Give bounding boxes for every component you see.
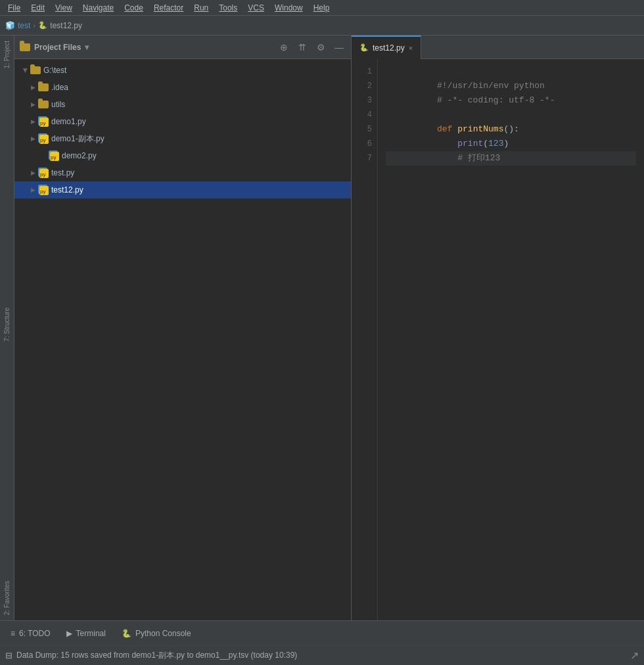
- tree-item-utils[interactable]: utils: [14, 96, 351, 113]
- menu-navigate[interactable]: Navigate: [78, 2, 119, 14]
- demo1-label: demo1.py: [51, 117, 86, 126]
- breadcrumb: 🧊 test › 🐍 test12.py: [0, 16, 644, 35]
- tree-arrow-test: [28, 168, 38, 178]
- file-tree-title: Project Files: [34, 43, 81, 52]
- menu-edit[interactable]: Edit: [26, 2, 50, 14]
- test-file-icon: py: [38, 168, 49, 178]
- python-console-label: Python Console: [135, 629, 191, 638]
- svg-text:py: py: [40, 189, 45, 195]
- print-paren: (: [483, 139, 488, 149]
- line-num-1: 1: [352, 64, 377, 79]
- menu-tools[interactable]: Tools: [214, 2, 242, 14]
- tree-arrow-demo1: [28, 116, 38, 127]
- settings-icon[interactable]: ⚙: [314, 41, 327, 54]
- breadcrumb-file[interactable]: test12.py: [50, 21, 82, 30]
- print-paren-close: ): [503, 139, 509, 149]
- tree-arrow-test12: [28, 185, 38, 195]
- root-folder-label: G:\test: [43, 66, 66, 75]
- menu-code[interactable]: Code: [119, 2, 149, 14]
- terminal-label: Terminal: [76, 629, 106, 638]
- line-num-6: 6: [352, 137, 377, 151]
- collapse-icon[interactable]: ⇈: [296, 41, 309, 54]
- terminal-icon: ▶: [66, 629, 72, 638]
- indent-6: [437, 153, 457, 163]
- tab-label: test12.py: [373, 43, 405, 53]
- line-num-4: 4: [352, 108, 377, 122]
- cursor-icon: ↗: [630, 649, 639, 662]
- menu-file[interactable]: File: [3, 2, 26, 14]
- code-content[interactable]: #!/usr/bin/env python # -*- coding: utf-…: [378, 59, 644, 620]
- parens-open: ():: [503, 124, 518, 134]
- status-text: Data Dump: 15 rows saved from demo1-副本.p…: [16, 650, 297, 661]
- tab-close-button[interactable]: ×: [409, 44, 413, 52]
- file-tree-dropdown-icon[interactable]: ▾: [85, 43, 89, 52]
- file-tree-header: Project Files ▾ ⊕ ⇈ ⚙ —: [14, 35, 351, 59]
- svg-text:py: py: [40, 172, 45, 177]
- number-123: 123: [488, 139, 503, 149]
- menu-vcs[interactable]: VCS: [242, 2, 269, 14]
- shebang-text: #!/usr/bin/env python: [437, 81, 545, 91]
- test12-label: test12.py: [51, 185, 83, 195]
- menu-window[interactable]: Window: [269, 2, 308, 14]
- demo2-label: demo2.py: [62, 151, 97, 160]
- sidebar-label-project[interactable]: 1: Project: [2, 35, 12, 74]
- tree-item-idea[interactable]: .idea: [14, 79, 351, 96]
- add-icon[interactable]: ⊕: [277, 41, 290, 54]
- tree-arrow-utils: [28, 99, 38, 110]
- demo1-copy-file-icon: py: [38, 133, 49, 144]
- idea-folder-icon: [38, 83, 49, 91]
- file-tree-panel: Project Files ▾ ⊕ ⇈ ⚙ — G:\test .i: [14, 35, 352, 620]
- root-folder-icon: [30, 66, 41, 74]
- tree-arrow-root: [20, 65, 30, 76]
- svg-text:py: py: [40, 137, 45, 143]
- tab-terminal[interactable]: ▶ Terminal: [58, 621, 114, 646]
- sidebar-label-favorites[interactable]: 2: Favorites: [2, 576, 12, 620]
- menu-run[interactable]: Run: [189, 2, 214, 14]
- svg-text:py: py: [40, 120, 45, 126]
- tab-test12[interactable]: 🐍 test12.py ×: [352, 35, 421, 59]
- test-label: test.py: [51, 168, 74, 177]
- line-num-5: 5: [352, 122, 377, 137]
- inline-comment: # 打印123: [457, 153, 500, 163]
- tab-python-console[interactable]: 🐍 Python Console: [114, 621, 199, 646]
- breadcrumb-separator: ›: [33, 21, 35, 30]
- file-tree-content: G:\test .idea utils: [14, 59, 351, 620]
- demo1-copy-label: demo1-副本.py: [51, 133, 104, 145]
- breadcrumb-project[interactable]: test: [18, 21, 30, 30]
- utils-folder-icon: [38, 101, 49, 108]
- python-console-icon: 🐍: [122, 629, 131, 638]
- editor-tabs: 🐍 test12.py ×: [352, 35, 644, 59]
- tree-item-demo1-copy[interactable]: py demo1-副本.py: [14, 130, 351, 147]
- tree-item-root[interactable]: G:\test: [14, 62, 351, 79]
- left-sidebar-strip: 1: Project 7: Structure 2: Favorites: [0, 35, 14, 620]
- menu-bar: File Edit View Navigate Code Refactor Ru…: [0, 0, 644, 16]
- sidebar-label-structure[interactable]: 7: Structure: [2, 302, 12, 347]
- test12-file-icon: py: [38, 185, 49, 195]
- line-num-7: 7: [352, 151, 377, 166]
- demo2-file-icon: py: [49, 150, 59, 161]
- code-area[interactable]: 1 2 3 4 5 6 7 #!/usr/bin/env python # -*…: [352, 59, 644, 620]
- tree-arrow-demo1-copy: [28, 133, 38, 144]
- main-layout: 1: Project 7: Structure 2: Favorites Pro…: [0, 35, 644, 620]
- tree-item-demo2[interactable]: py demo2.py: [14, 147, 351, 164]
- tree-item-demo1[interactable]: py demo1.py: [14, 113, 351, 130]
- tree-item-test12[interactable]: py test12.py: [14, 181, 351, 198]
- status-icon: ⊟: [5, 651, 12, 660]
- line-num-2: 2: [352, 79, 377, 93]
- def-keyword: def: [437, 124, 457, 134]
- utils-folder-label: utils: [51, 100, 65, 109]
- idea-folder-label: .idea: [51, 83, 68, 92]
- tree-item-test[interactable]: py test.py: [14, 164, 351, 181]
- bottom-tabs: ≡ 6: TODO ▶ Terminal 🐍 Python Console: [0, 620, 644, 645]
- indent-5: [437, 139, 457, 149]
- file-tree-title-area: Project Files ▾: [20, 43, 277, 52]
- tree-header-icons: ⊕ ⇈ ⚙ —: [277, 41, 346, 54]
- menu-view[interactable]: View: [50, 2, 78, 14]
- folder-icon: [20, 43, 30, 51]
- tab-todo[interactable]: ≡ 6: TODO: [3, 621, 58, 646]
- close-icon[interactable]: —: [333, 41, 346, 54]
- menu-help[interactable]: Help: [308, 2, 335, 14]
- menu-refactor[interactable]: Refactor: [149, 2, 189, 14]
- editor-panel: 🐍 test12.py × 1 2 3 4 5 6 7 #!/usr/bin/e…: [352, 35, 644, 620]
- status-bar: ⊟ Data Dump: 15 rows saved from demo1-副本…: [0, 645, 644, 665]
